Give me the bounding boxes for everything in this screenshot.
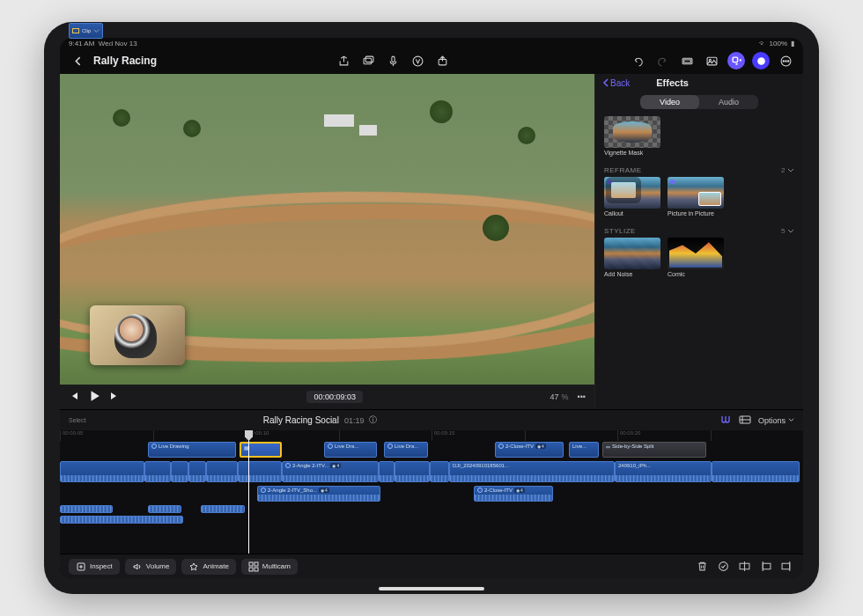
select-label: Select	[69, 417, 85, 423]
audio-clip-1[interactable]	[60, 505, 113, 513]
primary-clip-9[interactable]	[430, 461, 449, 482]
effect-callout[interactable]: Callout	[604, 177, 660, 216]
info-icon[interactable]: ⓘ	[369, 414, 377, 426]
audio-clip-3[interactable]	[201, 505, 245, 513]
trash-icon[interactable]	[694, 559, 710, 575]
library-icon[interactable]	[678, 52, 696, 70]
audio-clip-4[interactable]	[60, 516, 183, 524]
svg-point-14	[787, 60, 788, 61]
svg-point-3	[413, 56, 423, 66]
marker-icon[interactable]	[409, 52, 426, 70]
timecode-display[interactable]: 00:00:09:03	[306, 391, 363, 403]
primary-clip-dji[interactable]: DJI_20240910185601...	[449, 461, 615, 482]
primary-clip-5[interactable]	[206, 461, 238, 482]
timeline-duration: 01:19	[344, 416, 365, 425]
clip-split-generator[interactable]: ⇔ Side-by-Side Split	[602, 442, 706, 458]
effect-add-noise[interactable]: Add Noise	[604, 238, 660, 277]
undo-icon[interactable]	[629, 52, 646, 70]
zoom-value[interactable]: 47%	[550, 392, 569, 401]
primary-clip-2[interactable]	[144, 461, 171, 482]
tab-audio[interactable]: Audio	[699, 95, 758, 109]
options-button[interactable]: Options	[758, 416, 794, 425]
audio-clip-2[interactable]	[148, 505, 181, 513]
primary-clip-angle2[interactable]: 2-Angle 2-ITV...◉ 4	[282, 461, 379, 482]
primary-clip-10[interactable]	[712, 461, 800, 482]
svg-point-21	[719, 562, 727, 571]
clip-live-4[interactable]: Live...	[569, 442, 599, 458]
clip-live-dra-3[interactable]: Live Dra...	[384, 442, 428, 458]
svg-rect-2	[391, 56, 394, 62]
project-title: Rally Racing	[93, 55, 157, 67]
primary-clip-4[interactable]	[188, 461, 206, 482]
timeline-ruler[interactable]: 00:00:0500:00:1000:00:1500:00:20	[60, 430, 803, 441]
primary-clip-7[interactable]	[379, 461, 395, 482]
playhead[interactable]	[248, 430, 249, 554]
timeline-header: Select Clip Rally Racing Social 01:19 ⓘ …	[60, 409, 803, 430]
primary-clip-date[interactable]: 240910_iPh...	[615, 461, 712, 482]
section-reframe-header[interactable]: REFRAME 2	[604, 163, 794, 177]
clip-live-dra-2[interactable]: Live Dra...	[324, 442, 377, 458]
effects-panel: Back Effects Video Audio Vignette Mask R…	[595, 74, 803, 409]
clip-angle2-sho[interactable]: 2-Angle 2-ITV_Sho...◉ 4	[257, 486, 380, 502]
svg-point-10	[757, 57, 765, 65]
clip-close-itv-1[interactable]: 2-Close-ITV◉ 4	[495, 442, 564, 458]
svg-rect-16	[77, 563, 85, 570]
battery-percent: 100%	[770, 40, 787, 48]
volume-button[interactable]: Volume	[125, 559, 177, 575]
timeline[interactable]: 00:00:0500:00:1000:00:1500:00:20 Live Dr…	[60, 430, 803, 554]
clip-mode-button[interactable]: Clip	[69, 38, 103, 39]
share-icon[interactable]	[335, 52, 352, 70]
svg-rect-0	[364, 58, 372, 64]
status-time: 9:41 AM	[69, 40, 94, 48]
export-icon[interactable]	[433, 52, 451, 70]
svg-rect-24	[782, 563, 790, 569]
prev-frame-button[interactable]	[69, 391, 79, 403]
more-icon[interactable]	[777, 52, 794, 70]
pip-overlay	[90, 305, 185, 365]
clip-selected[interactable]: ▦	[240, 442, 282, 458]
disable-icon[interactable]	[715, 559, 731, 575]
primary-clip-1[interactable]	[60, 461, 144, 482]
back-chevron-icon[interactable]	[69, 52, 86, 70]
primary-clip-8[interactable]	[395, 461, 430, 482]
section-stylize-header[interactable]: STYLIZE 5	[604, 224, 794, 238]
next-frame-button[interactable]	[109, 391, 120, 403]
multicam-button[interactable]: Multicam	[241, 559, 298, 575]
svg-rect-19	[249, 568, 253, 571]
effects-tab-segment[interactable]: Video Audio	[640, 95, 758, 109]
snap-icon[interactable]	[719, 414, 732, 427]
trim-end-icon[interactable]	[778, 559, 794, 575]
effect-picture-in-picture[interactable]: Picture in Picture	[668, 177, 724, 216]
svg-rect-18	[254, 562, 258, 566]
effect-comic[interactable]: Comic	[668, 238, 724, 277]
effect-vignette-mask[interactable]: Vignette Mask	[604, 116, 660, 156]
battery-icon: ▮	[791, 40, 794, 48]
primary-clip-3[interactable]	[171, 461, 188, 482]
viewer[interactable]	[60, 74, 594, 385]
primary-clip-6[interactable]	[238, 461, 282, 482]
inspector-button[interactable]	[752, 52, 770, 70]
svg-rect-20	[254, 568, 258, 571]
wifi-icon: ᯤ	[759, 40, 766, 48]
timeline-view-icon[interactable]	[739, 414, 751, 427]
clip-live-drawing-1[interactable]: Live Drawing	[148, 442, 236, 458]
inspect-button[interactable]: Inspect	[69, 559, 120, 575]
effects-back-button[interactable]: Back	[602, 78, 630, 88]
svg-point-12	[783, 60, 784, 61]
photo-icon[interactable]	[703, 52, 720, 70]
status-bar: 9:41 AM Wed Nov 13 ᯤ 100% ▮	[60, 38, 803, 49]
transport-bar: 00:00:09:03 47% •••	[60, 385, 594, 409]
play-button[interactable]	[88, 390, 100, 404]
voiceover-icon[interactable]	[384, 52, 402, 70]
redo-icon[interactable]	[653, 52, 671, 70]
animate-button[interactable]: Animate	[181, 559, 235, 575]
tab-video[interactable]: Video	[640, 95, 699, 109]
effects-browser-button[interactable]	[727, 52, 745, 70]
svg-rect-6	[683, 59, 690, 62]
trim-start-icon[interactable]	[757, 559, 773, 575]
svg-point-13	[785, 60, 786, 61]
clip-close-itv-2[interactable]: 2-Close-ITV◉ 4	[474, 486, 553, 502]
import-icon[interactable]	[359, 52, 377, 70]
viewer-more-icon[interactable]: •••	[578, 392, 586, 401]
split-icon[interactable]	[736, 559, 752, 575]
